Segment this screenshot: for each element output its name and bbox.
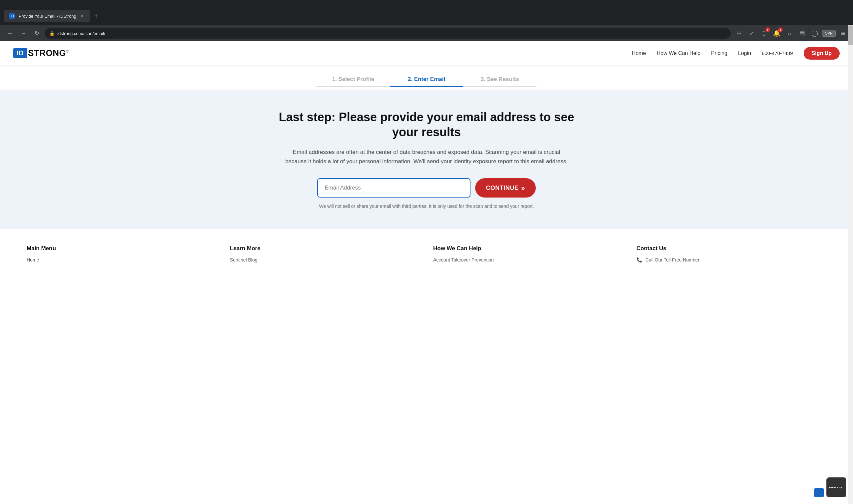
forward-icon: → xyxy=(20,30,26,37)
continue-chevron-icon: » xyxy=(521,184,525,192)
logo[interactable]: ID STRONG® xyxy=(13,48,69,58)
nav-login[interactable]: Login xyxy=(738,50,751,56)
email-form: CONTINUE » xyxy=(13,178,840,198)
main-content: Last step: Please provide your email add… xyxy=(0,90,853,229)
step-enter-email-label: 2. Enter Email xyxy=(408,76,445,86)
footer-link-account-takeover[interactable]: Account Takeover Prevention xyxy=(433,257,623,263)
nav-links: Home How We Can Help Pricing Login 800-4… xyxy=(632,47,840,60)
step-see-results-line xyxy=(463,86,536,87)
nav-signup-button[interactable]: Sign Up xyxy=(804,47,840,60)
share-button[interactable]: ↗ xyxy=(746,28,757,39)
browser-chrome: ID Provide Your Email - IDStrong ✕ + xyxy=(0,0,853,25)
main-subtext: Email addresses are often at the center … xyxy=(282,148,571,166)
footer-link-home[interactable]: Home xyxy=(26,257,217,263)
nav-how-we-can-help[interactable]: How We Can Help xyxy=(657,50,700,56)
footer-phone-label: 📞 Call Our Toll Free Number: xyxy=(636,257,827,263)
step-select-profile: 1. Select Profile xyxy=(317,76,390,87)
url-display: idstrong.com/scan/email/ xyxy=(57,31,105,36)
bookmark-icon: ⊹ xyxy=(736,30,741,37)
footer-col-main-menu: Main Menu Home xyxy=(26,245,217,265)
extension-notifications[interactable]: ⬡ 5 xyxy=(759,28,769,39)
footer-main-menu-title: Main Menu xyxy=(26,245,217,252)
footer-link-sentinel-blog[interactable]: Sentinel Blog xyxy=(230,257,420,263)
step-enter-email-line xyxy=(390,86,463,87)
share-icon: ↗ xyxy=(749,30,754,37)
tab-close-button[interactable]: ✕ xyxy=(79,13,85,19)
step-select-profile-label: 1. Select Profile xyxy=(332,76,374,86)
step-see-results-label: 3. See Results xyxy=(480,76,519,86)
address-bar[interactable]: 🔒 idstrong.com/scan/email/ xyxy=(45,28,731,39)
continue-button[interactable]: CONTINUE » xyxy=(475,178,536,198)
browser-toolbar: ← → ↻ 🔒 idstrong.com/scan/email/ ⊹ ↗ ⬡ 5… xyxy=(0,25,853,41)
browser-tab[interactable]: ID Provide Your Email - IDStrong ✕ xyxy=(4,10,90,22)
nav-pricing[interactable]: Pricing xyxy=(711,50,727,56)
bookmark-button[interactable]: ⊹ xyxy=(733,28,744,39)
main-heading: Last step: Please provide your email add… xyxy=(268,110,585,140)
forward-button[interactable]: → xyxy=(18,28,29,39)
logo-strong-text: STRONG® xyxy=(28,48,69,58)
alert-button[interactable]: 🔔 1 xyxy=(771,28,782,39)
tab-title: Provide Your Email - IDStrong xyxy=(19,14,76,19)
stepper-section: 1. Select Profile 2. Enter Email 3. See … xyxy=(0,65,853,90)
step-enter-email: 2. Enter Email xyxy=(390,76,463,87)
new-tab-button[interactable]: + xyxy=(94,12,98,20)
browser-actions: ⊹ ↗ ⬡ 5 🔔 1 A ▤ ◯ VPN ≡ xyxy=(733,28,848,39)
footer-contact-us-title: Contact Us xyxy=(636,245,827,252)
reload-icon: ↻ xyxy=(34,30,39,37)
lock-icon: 🔒 xyxy=(49,31,55,36)
footer-how-we-can-help-title: How We Can Help xyxy=(433,245,623,252)
sidebar-button[interactable]: ▤ xyxy=(797,28,807,39)
phone-icon: 📞 xyxy=(636,257,642,263)
footer-contact-label: Call Our Toll Free Number: xyxy=(645,257,701,263)
scrollbar[interactable] xyxy=(848,25,853,504)
scrollbar-thumb[interactable] xyxy=(848,25,853,45)
footer-col-learn-more: Learn More Sentinel Blog xyxy=(230,245,420,265)
privacy-note: We will not sell or share your email wit… xyxy=(13,203,840,209)
tab-favicon: ID xyxy=(9,13,15,19)
nav-phone: 800-470-7489 xyxy=(762,50,793,56)
reload-button[interactable]: ↻ xyxy=(31,28,42,39)
webpage: ID STRONG® Home How We Can Help Pricing … xyxy=(0,41,853,276)
translate-button[interactable]: A xyxy=(784,28,795,39)
logo-id-text: ID xyxy=(13,48,27,58)
navbar: ID STRONG® Home How We Can Help Pricing … xyxy=(0,41,853,65)
footer-learn-more-title: Learn More xyxy=(230,245,420,252)
footer: Main Menu Home Learn More Sentinel Blog … xyxy=(0,229,853,276)
vpn-badge[interactable]: VPN xyxy=(822,30,836,37)
footer-col-contact-us: Contact Us 📞 Call Our Toll Free Number: xyxy=(636,245,827,265)
stepper: 1. Select Profile 2. Enter Email 3. See … xyxy=(317,76,536,87)
footer-grid: Main Menu Home Learn More Sentinel Blog … xyxy=(26,245,827,265)
gadgets-badge: GADGETS T xyxy=(827,478,846,497)
extension-badge xyxy=(814,488,824,497)
footer-col-how-we-can-help: How We Can Help Account Takeover Prevent… xyxy=(433,245,623,265)
back-button[interactable]: ← xyxy=(5,28,15,39)
continue-label: CONTINUE xyxy=(486,184,518,192)
menu-button[interactable]: ≡ xyxy=(838,28,848,39)
nav-home[interactable]: Home xyxy=(632,50,646,56)
profile-button[interactable]: ◯ xyxy=(810,28,820,39)
step-see-results: 3. See Results xyxy=(463,76,536,87)
step-select-profile-line xyxy=(317,86,390,87)
email-input[interactable] xyxy=(317,178,470,198)
back-icon: ← xyxy=(7,30,13,37)
